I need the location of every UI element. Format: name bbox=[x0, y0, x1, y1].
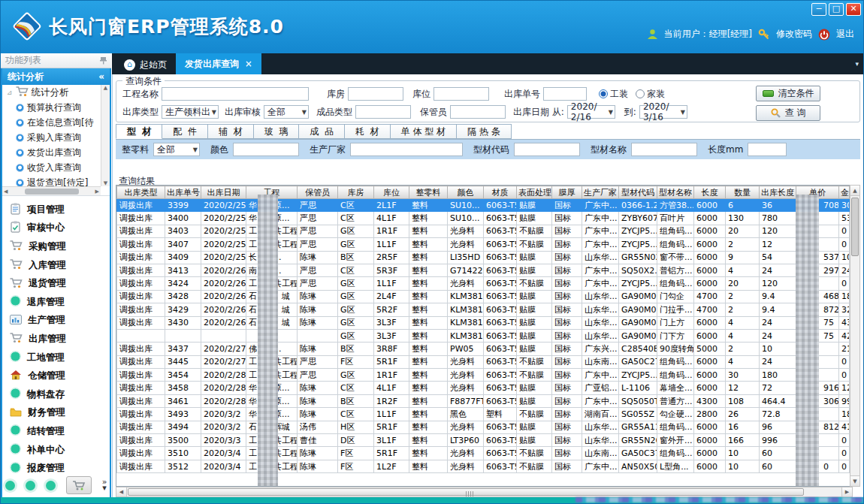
column-header[interactable]: 颜色 bbox=[448, 186, 484, 199]
tab-shipment-outbound-query[interactable]: 发货出库查询 × bbox=[176, 53, 261, 74]
sidebar-item-circle[interactable]: 退库管理 bbox=[2, 293, 110, 312]
table-row[interactable]: 调拨出库35002020/3/3工 共工程曹佳D区3L1F整料LT3P60606… bbox=[117, 434, 850, 447]
column-header[interactable]: 长度 bbox=[694, 186, 726, 199]
sidebar-item-clipboard2[interactable]: 审核中心 bbox=[2, 219, 110, 238]
column-header[interactable]: 出库单号 bbox=[165, 186, 201, 199]
subtab-6[interactable]: 单 体 型 材 bbox=[391, 124, 457, 139]
table-row[interactable]: 调拨出库34242020/2/26工 共工程严思G区1L1F整料光身料6063-… bbox=[117, 277, 850, 290]
sidebar-item-clipboard[interactable]: 项目管理 bbox=[2, 201, 110, 219]
keeper-input[interactable] bbox=[450, 105, 506, 119]
manufacturer-input[interactable] bbox=[350, 143, 463, 156]
table-row[interactable]: 调拨出库34002020/2/25华 原...严思C区4L1F整料SU10...… bbox=[117, 212, 850, 225]
column-header[interactable]: 库位 bbox=[374, 186, 409, 199]
maximize-button[interactable]: □ bbox=[829, 3, 844, 16]
nav-dot-icon[interactable] bbox=[5, 481, 15, 490]
subtab-2[interactable]: 辅 材 bbox=[208, 124, 254, 139]
radio-workwear[interactable]: 工装 bbox=[599, 88, 628, 101]
profile-code-input[interactable] bbox=[514, 143, 580, 156]
subtab-0[interactable]: 型 材 bbox=[116, 124, 162, 139]
column-header[interactable]: 出库日期 bbox=[201, 186, 246, 199]
table-row[interactable]: 调拨出库34542020/2/28工 共工程严思G区1R1F整料光身料6063-… bbox=[117, 369, 850, 382]
clear-conditions-button[interactable]: 清空条件 bbox=[756, 86, 820, 101]
out-type-select[interactable]: 生产领料出库▼ bbox=[162, 105, 219, 119]
sidebar-item-circle[interactable]: 结转管理 bbox=[2, 422, 110, 441]
table-row[interactable]: 调拨出库35122020/3/4工 共工程陈琳F区1L2F整料光身料6063-T… bbox=[117, 460, 850, 472]
logout-link[interactable]: 退出 bbox=[836, 28, 854, 41]
subtab-3[interactable]: 玻 璃 bbox=[254, 124, 300, 139]
table-row[interactable]: 调拨出库35102020/3/4工 共工程陈琳F区5R1F整料光身料6063-T… bbox=[117, 447, 850, 460]
column-header[interactable]: 型材名称 bbox=[657, 186, 694, 199]
subtab-7[interactable]: 隔 热 条 bbox=[457, 124, 512, 139]
table-vertical-scrollbar[interactable]: ▲▼ bbox=[850, 185, 860, 487]
column-header[interactable]: 生产厂家 bbox=[582, 186, 619, 199]
date-to-select[interactable]: 2020/ 3/16▼ bbox=[639, 105, 687, 119]
tree-root-statistics[interactable]: ⊿统计分析 bbox=[2, 85, 101, 100]
color-input[interactable] bbox=[233, 143, 299, 156]
table-row[interactable]: 调拨出库33992020/2/25华 原...严思C区2L1F整料SU10...… bbox=[117, 199, 850, 212]
column-header[interactable]: 整零料 bbox=[409, 186, 448, 199]
tab-home[interactable]: ⌂ 起始页 bbox=[115, 55, 176, 74]
subtab-1[interactable]: 配 件 bbox=[162, 124, 208, 139]
table-row[interactable]: 调拨出库34932020/3/2华 原...陈琳C区1L1F整料黑色塑料不贴膜国… bbox=[117, 408, 850, 421]
change-password-link[interactable]: 修改密码 bbox=[776, 28, 812, 41]
table-horizontal-scrollbar[interactable]: ◀ ▶ bbox=[116, 487, 853, 497]
minimize-button[interactable]: ─ bbox=[811, 3, 826, 16]
column-header[interactable]: 单价 bbox=[796, 186, 839, 199]
tab-list-dropdown-icon[interactable]: ▾ bbox=[855, 60, 859, 68]
table-row[interactable]: 调拨出库34032020/2/25工 共工程严思G区1R1F整料光身料6063-… bbox=[117, 225, 850, 237]
table-row[interactable]: 调拨出库34072020/2/25工 共工程严思G区1L1F整料光身料6063-… bbox=[117, 238, 850, 251]
sidebar-item-circle[interactable]: 工地管理 bbox=[2, 349, 110, 367]
column-header[interactable]: 型材代码 bbox=[619, 186, 657, 199]
column-header[interactable]: 表面处理 bbox=[517, 186, 552, 199]
tree-item[interactable]: 预算执行查询 bbox=[2, 100, 101, 115]
table-row[interactable]: 调拨出库34292020/2/26石 城陈琳G区5R2F整料KLM3817606… bbox=[117, 303, 850, 316]
sidebar-item-cart[interactable]: 退货管理 bbox=[2, 274, 110, 293]
column-header[interactable]: 库房 bbox=[338, 186, 374, 199]
location-input[interactable] bbox=[434, 87, 489, 101]
column-header[interactable]: 保管员 bbox=[298, 186, 338, 199]
radio-homewear[interactable]: 家装 bbox=[636, 88, 665, 101]
sidebar-item-folder[interactable]: 财务管理 bbox=[2, 404, 110, 423]
table-row[interactable]: G区3L3F整料KLM38176063-T5贴膜国标山东华...GA90M09.… bbox=[117, 329, 850, 342]
column-header[interactable]: 数量 bbox=[726, 186, 760, 199]
column-header[interactable]: 出库长度 bbox=[760, 186, 796, 199]
column-header[interactable]: 工程 bbox=[246, 186, 298, 199]
product-type-input[interactable] bbox=[355, 105, 411, 119]
subtab-4[interactable]: 成 品 bbox=[299, 124, 345, 139]
pin-icon[interactable] bbox=[100, 56, 107, 65]
length-input[interactable] bbox=[748, 143, 787, 156]
nav-dot-icon[interactable] bbox=[26, 481, 35, 490]
sidebar-item-cart[interactable]: 采购管理 bbox=[2, 237, 110, 256]
sidebar-item-circle[interactable]: 物料盘存 bbox=[2, 385, 110, 404]
whole-select[interactable]: 全部▼ bbox=[153, 143, 200, 156]
column-header[interactable]: 膜厚 bbox=[552, 186, 582, 199]
search-button[interactable]: 查 询 bbox=[756, 105, 820, 121]
sidebar-item-house[interactable]: 仓储管理 bbox=[2, 367, 110, 385]
table-row[interactable]: 调拨出库34452020/2/27工 共工程严思F区5R1F整料光身料6063-… bbox=[117, 355, 850, 368]
table-row[interactable]: 调拨出库34092020/2/25长 ...陈琳B区2R5F整料LI35HD60… bbox=[117, 251, 850, 264]
table-row[interactable]: 调拨出库34612020/2/28华 原...陈琳B区1R2F整料F8877FT… bbox=[117, 394, 850, 407]
tree-item[interactable]: 收货入库查询 bbox=[2, 160, 101, 175]
audit-select[interactable]: 全部▼ bbox=[264, 105, 309, 119]
table-row[interactable]: 调拨出库34132020/2/26南 ...严思C区5R3F整料G7142260… bbox=[117, 264, 850, 276]
tab-close-icon[interactable]: × bbox=[245, 59, 252, 69]
nav-dot-icon[interactable] bbox=[46, 481, 56, 490]
close-button[interactable]: ✕ bbox=[846, 3, 861, 16]
column-header[interactable]: 出库类型 bbox=[117, 186, 165, 199]
tree-item[interactable]: 采购入库查询 bbox=[2, 130, 101, 145]
column-header[interactable]: 金 bbox=[839, 186, 850, 199]
sidebar-item-cart[interactable]: 出库管理 bbox=[2, 330, 110, 349]
table-row[interactable]: 调拨出库34942020/3/2石 辉城汤伟H区5R1F整料光身料6063-T5… bbox=[117, 421, 850, 433]
table-row[interactable]: 调拨出库34282020/2/26石 城陈琳G区2L4F整料KLM3817606… bbox=[117, 290, 850, 303]
tree-item[interactable]: 在途信息查询[待 bbox=[2, 115, 101, 130]
collapse-icon[interactable]: « bbox=[98, 71, 104, 82]
profile-name-input[interactable] bbox=[631, 143, 697, 156]
table-row[interactable]: 调拨出库34302020/2/26石 城陈琳G区3L3F整料KLM3817606… bbox=[117, 316, 850, 329]
sidebar-item-chart[interactable]: 生产管理 bbox=[2, 312, 110, 330]
tree-item[interactable]: 发货出库查询 bbox=[2, 145, 101, 160]
table-row[interactable]: 调拨出库34372020/2/27佛 ...陈琳B区3R8F整料PW056063… bbox=[117, 343, 850, 355]
tree-horizontal-scrollbar[interactable]: ◀▶ bbox=[2, 186, 101, 195]
table-row[interactable]: 调拨出库34582020/2/28华 原...陈琳C区4L1F整料光身料6063… bbox=[117, 382, 850, 394]
project-name-input[interactable] bbox=[162, 87, 309, 101]
cart-nav-button[interactable] bbox=[66, 476, 92, 494]
